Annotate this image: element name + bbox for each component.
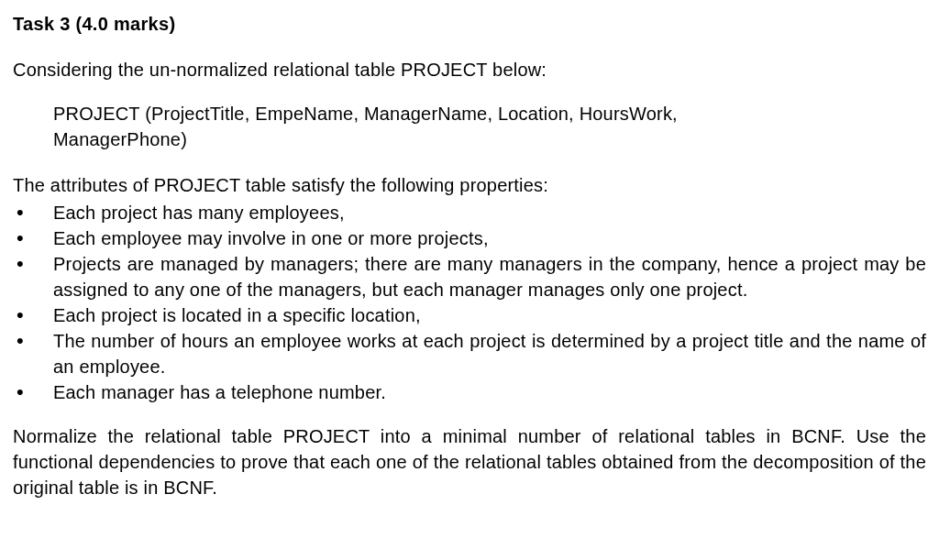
list-item: Each project is located in a specific lo… [13,302,926,328]
properties-intro: The attributes of PROJECT table satisfy … [13,172,926,198]
list-item: Each employee may involve in one or more… [13,225,926,251]
list-item: Projects are managed by managers; there … [13,251,926,302]
list-item: Each project has many employees, [13,200,926,225]
schema-block: PROJECT (ProjectTitle, EmpeName, Manager… [13,101,926,152]
properties-list: Each project has many employees, Each em… [13,200,926,405]
schema-line-2: ManagerPhone) [53,126,926,152]
intro-text: Considering the un-normalized relational… [13,57,926,82]
schema-line-1: PROJECT (ProjectTitle, EmpeName, Manager… [53,101,926,126]
list-item: Each manager has a telephone number. [13,379,926,405]
task-heading: Task 3 (4.0 marks) [13,11,926,37]
list-item: The number of hours an employee works at… [13,328,926,379]
final-paragraph: Normalize the relational table PROJECT i… [13,423,926,500]
